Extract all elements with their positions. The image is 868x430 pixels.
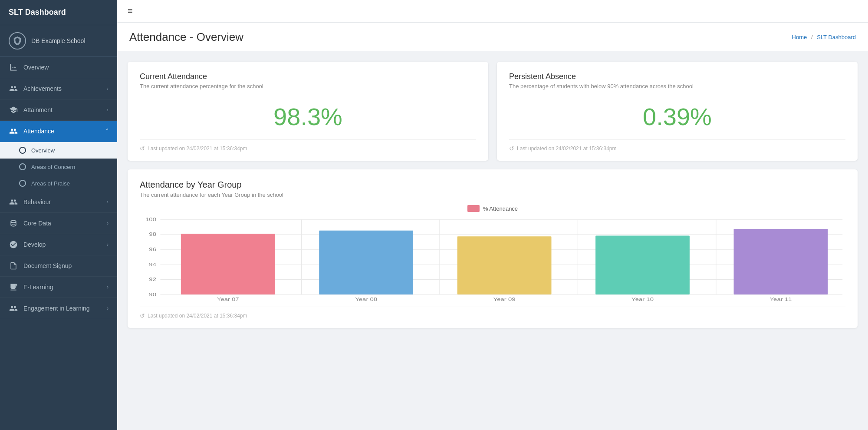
sidebar: SLT Dashboard DB Example School Overview… (0, 0, 117, 430)
svg-text:Year 11: Year 11 (770, 298, 792, 302)
sidebar-subitem-areas-concern[interactable]: Areas of Concern (0, 159, 117, 175)
svg-text:94: 94 (149, 262, 156, 267)
sidebar-item-overview[interactable]: Overview (0, 57, 117, 78)
sidebar-item-elearning[interactable]: E-Learning › (0, 277, 117, 298)
chart-subtitle: The current attendance for each Year Gro… (140, 192, 845, 198)
chart-icon (9, 63, 18, 72)
sidebar-subitem-areas-praise[interactable]: Areas of Praise (0, 175, 117, 192)
clock-icon-3: ↺ (140, 312, 145, 319)
persistent-absence-timestamp: Last updated on 24/02/2021 at 15:36:34pm (517, 146, 617, 152)
develop-arrow: › (107, 241, 108, 248)
current-attendance-card: Current Attendance The current attendanc… (128, 62, 488, 161)
sub-circle-overview (19, 147, 26, 154)
sidebar-item-attendance[interactable]: Attendance ˄ (0, 121, 117, 142)
chart-title: Attendance by Year Group (140, 180, 845, 190)
persistent-absence-card: Persistent Absence The percentage of stu… (497, 62, 858, 161)
svg-text:Year 07: Year 07 (217, 298, 239, 302)
engagement-icon (9, 304, 18, 313)
sidebar-item-develop[interactable]: Develop › (0, 234, 117, 255)
engagement-arrow: › (107, 305, 108, 311)
bar-chart-svg: 100 98 96 94 92 90 (140, 216, 845, 303)
school-name: DB Example School (31, 37, 85, 44)
sidebar-item-elearning-label: E-Learning (23, 284, 107, 291)
svg-text:Year 08: Year 08 (355, 298, 377, 302)
attendance-arrow: ˄ (106, 128, 108, 134)
core-data-icon (9, 218, 18, 228)
current-attendance-value: 98.3% (140, 103, 476, 131)
persistent-absence-value: 0.39% (509, 103, 845, 131)
sidebar-item-attendance-label: Attendance (23, 128, 106, 135)
hamburger-button[interactable]: ≡ (128, 6, 133, 16)
sidebar-item-core-data[interactable]: Core Data › (0, 213, 117, 234)
sidebar-item-core-data-label: Core Data (23, 220, 107, 227)
sidebar-item-document-label: Document Signup (23, 262, 108, 269)
elearning-arrow: › (107, 284, 108, 290)
achievements-arrow: › (107, 86, 108, 92)
svg-text:90: 90 (149, 292, 156, 297)
behaviour-arrow: › (107, 199, 108, 205)
svg-text:96: 96 (149, 247, 156, 252)
bar-year10 (595, 236, 690, 294)
sidebar-item-attainment-label: Attainment (23, 106, 107, 113)
sidebar-item-overview-label: Overview (23, 64, 108, 71)
svg-text:100: 100 (145, 217, 156, 222)
develop-icon (9, 240, 18, 249)
content-area: Current Attendance The current attendanc… (117, 51, 868, 430)
bar-year09 (457, 236, 552, 294)
school-header: DB Example School (0, 25, 117, 57)
subitem-concern-label: Areas of Concern (31, 164, 75, 170)
chart-timestamp: Last updated on 24/02/2021 at 15:36:34pm (148, 313, 247, 319)
sidebar-item-behaviour[interactable]: Behaviour › (0, 192, 117, 213)
bar-year11 (734, 229, 828, 294)
page-title: Attendance - Overview (129, 30, 243, 44)
sidebar-item-achievements[interactable]: Achievements › (0, 78, 117, 99)
attendance-icon (9, 126, 18, 136)
svg-text:98: 98 (149, 232, 156, 237)
persistent-absence-subtitle: The percentage of students with below 90… (509, 83, 845, 89)
elearning-icon (9, 282, 18, 292)
attainment-arrow: › (107, 107, 108, 113)
clock-icon: ↺ (140, 145, 145, 152)
sub-circle-praise (19, 180, 26, 187)
sidebar-item-engagement-label: Engagement in Learning (23, 305, 107, 312)
svg-text:Year 09: Year 09 (493, 298, 516, 302)
sidebar-item-attainment[interactable]: Attainment › (0, 99, 117, 121)
chart-legend: % Attendance (140, 205, 845, 212)
svg-text:Year 10: Year 10 (631, 298, 654, 302)
document-icon (9, 261, 18, 271)
attendance-chart-card: Attendance by Year Group The current att… (128, 169, 858, 328)
sidebar-item-engagement[interactable]: Engagement in Learning › (0, 298, 117, 319)
persistent-absence-footer: ↺ Last updated on 24/02/2021 at 15:36:34… (509, 139, 845, 152)
behaviour-icon (9, 197, 18, 207)
sidebar-title: SLT Dashboard (0, 0, 117, 25)
subitem-praise-label: Areas of Praise (31, 180, 70, 187)
breadcrumb: Home / SLT Dashboard (792, 34, 856, 40)
shield-icon (13, 36, 22, 46)
sub-circle-concern (19, 163, 26, 170)
sidebar-item-behaviour-label: Behaviour (23, 198, 107, 205)
sidebar-item-achievements-label: Achievements (23, 85, 107, 92)
achievements-icon (9, 84, 18, 93)
chart-footer: ↺ Last updated on 24/02/2021 at 15:36:34… (140, 307, 845, 319)
sidebar-subitem-overview[interactable]: Overview (0, 142, 117, 159)
current-attendance-timestamp: Last updated on 24/02/2021 at 15:36:34pm (148, 146, 247, 152)
legend-label: % Attendance (483, 205, 518, 212)
main-content: ≡ Attendance - Overview Home / SLT Dashb… (117, 0, 868, 430)
attainment-icon (9, 105, 18, 115)
breadcrumb-separator: / (811, 34, 813, 40)
subitem-overview-label: Overview (31, 147, 55, 154)
school-logo (9, 32, 26, 50)
breadcrumb-current[interactable]: SLT Dashboard (817, 34, 856, 40)
current-attendance-footer: ↺ Last updated on 24/02/2021 at 15:36:34… (140, 139, 476, 152)
current-attendance-subtitle: The current attendance percentage for th… (140, 83, 476, 89)
legend-color-box (467, 205, 480, 212)
topbar: ≡ (117, 0, 868, 23)
bar-chart-container: 100 98 96 94 92 90 (140, 216, 845, 303)
stats-cards-row: Current Attendance The current attendanc… (128, 62, 858, 161)
sidebar-item-document-signup[interactable]: Document Signup (0, 255, 117, 277)
breadcrumb-home[interactable]: Home (792, 34, 807, 40)
bar-year08 (319, 231, 413, 294)
current-attendance-title: Current Attendance (140, 72, 476, 81)
sidebar-item-develop-label: Develop (23, 241, 107, 248)
clock-icon-2: ↺ (509, 145, 514, 152)
